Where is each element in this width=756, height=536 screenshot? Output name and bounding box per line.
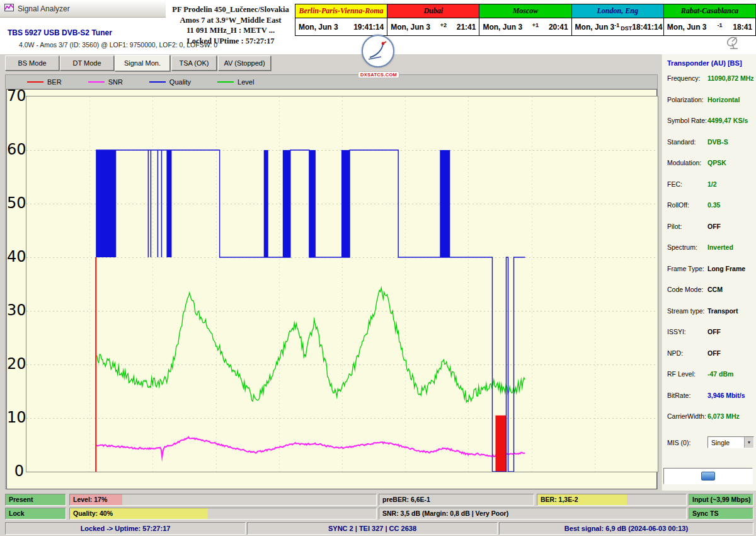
tab-signal-mon[interactable]: Signal Mon. — [115, 55, 170, 71]
clock-hms: 18:41:14 — [632, 23, 662, 32]
tp-modulation: Modulation:QPSK — [667, 159, 755, 180]
clock-moscow: MoscowMon, Jun 3+120:41 — [479, 4, 571, 36]
transponder-value: Horizontal — [707, 96, 755, 103]
y-axis-label: 0 — [7, 462, 24, 480]
tp-code-mode: Code Mode:CCM — [667, 286, 755, 307]
clock-time: Mon, Jun 3-118:41 — [664, 18, 755, 35]
transponder-value: 0.35 — [707, 201, 755, 209]
tp-carrierwidth: CarrierWidth:6,073 MHz — [667, 412, 755, 434]
clock-time: Mon, Jun 3-1DST18:41:14 — [572, 18, 663, 35]
transponder-value: 3,946 Mbit/s — [707, 392, 755, 399]
clock-hms: 18:41 — [733, 23, 752, 32]
tp-frequency: Frequency:11090,872 MHz — [667, 74, 755, 96]
y-axis-label: 70 — [7, 87, 24, 105]
clock-utc-offset: -1DST — [614, 22, 632, 32]
clock-date: Mon, Jun 3 — [483, 23, 522, 32]
legend-swatch — [27, 81, 43, 83]
transponder-label: CarrierWidth: — [667, 412, 707, 420]
world-clock: Berlin-Paris-Vienna-RomaMon, Jun 319:41:… — [295, 4, 756, 36]
y-axis-label: 10 — [7, 409, 24, 426]
y-axis-label: 60 — [7, 141, 24, 158]
clock-time: Mon, Jun 3+120:41 — [479, 18, 571, 35]
transponder-value: Long Frame — [707, 265, 755, 272]
transponder-label: FEC: — [667, 180, 707, 188]
meter-quality: Quality: 40% — [69, 508, 377, 520]
status-text: Lock — [6, 508, 66, 517]
transponder-label: ISSYI: — [667, 328, 707, 335]
tab-dt-mode[interactable]: DT Mode — [60, 55, 114, 71]
status-present: Present — [5, 494, 66, 506]
transponder-label: Pilot: — [667, 223, 707, 230]
clock-date: Mon, Jun 3 — [299, 23, 338, 32]
transponder-label: Frame Type: — [667, 265, 707, 272]
transponder-value: 4499,47 KS/s — [707, 117, 755, 124]
status-sync-ts: Sync TS — [689, 508, 753, 520]
transponder-value: 11090,872 MHz — [707, 74, 755, 82]
satellite-dish-icon — [726, 35, 742, 53]
clock-utc-offset: +1 — [532, 22, 539, 32]
tp-rolloff: RollOff:0.35 — [667, 201, 755, 223]
tab-av-stopped[interactable]: AV (Stopped) — [218, 55, 271, 71]
tp-standard: Standard:DVB-S — [667, 138, 755, 160]
note-line: PF Prodelin 450_Lučenec/Slovakia — [166, 4, 295, 15]
mis-select[interactable]: Single ▼ — [707, 436, 754, 448]
transponder-value: OFF — [707, 349, 755, 357]
clock-date: Mon, Jun 3 — [575, 23, 615, 32]
legend-item-snr: SNR — [88, 78, 123, 86]
transponder-value: 1/2 — [707, 180, 755, 188]
status-text: SNR: 3,5 dB (Margin: 0,8 dB | Very Poor) — [379, 508, 686, 517]
clock-date: Mon, Jun 3 — [391, 23, 430, 32]
signal-analyzer-window: Signal Analyzer TBS 5927 USB DVB-S2 Tune… — [0, 0, 756, 536]
transponder-label: Frequency: — [667, 74, 707, 82]
tuner-name: TBS 5927 USB DVB-S2 Tuner — [8, 28, 112, 37]
tab-bs-mode[interactable]: BS Mode — [5, 55, 59, 71]
legend-swatch — [88, 81, 105, 83]
tp-fec: FEC:1/2 — [667, 180, 755, 202]
clock-berlin-paris-vienna-roma: Berlin-Paris-Vienna-RomaMon, Jun 319:41:… — [295, 4, 387, 36]
note-line: Locked UPtime : 57:27:17 — [166, 36, 295, 47]
transponder-value: CCM — [707, 286, 755, 293]
clock-london-eng: London, EngMon, Jun 3-1DST18:41:14 — [571, 4, 664, 36]
legend-label: Quality — [169, 78, 191, 86]
transponder-value: Inverted — [707, 243, 755, 251]
note-line: 11 091 MHz_H : METV ... — [166, 25, 295, 36]
transponder-label: Code Mode: — [667, 286, 707, 293]
legend-label: SNR — [108, 78, 123, 86]
transponder-rows: Frequency:11090,872 MHzPolarization:Hori… — [667, 74, 755, 434]
tab-tsa-ok[interactable]: TSA (OK) — [171, 55, 217, 71]
footer-uptime: Locked -> Uptime: 57:27:17 — [5, 522, 246, 535]
tp-issyi: ISSYI:OFF — [667, 328, 755, 349]
chart-canvas — [26, 96, 658, 472]
status-preber: preBER: 6,6E-1 — [379, 494, 534, 506]
plot-area: 706050403020100 — [6, 89, 657, 489]
meter-level: Level: 17% — [69, 494, 377, 506]
transponder-label: Standard: — [667, 138, 707, 146]
tp-pilot: Pilot:OFF — [667, 223, 755, 244]
transponder-label: RF Level: — [667, 370, 707, 378]
chevron-down-icon: ▼ — [744, 437, 753, 448]
y-axis-label: 30 — [7, 301, 24, 319]
transponder-value: QPSK — [707, 159, 755, 166]
status-text: Quality: 40% — [70, 508, 376, 517]
tp-frame-type: Frame Type:Long Frame — [667, 265, 755, 286]
tp-npd: NPD:OFF — [667, 349, 755, 371]
transponder-label: Modulation: — [667, 159, 707, 166]
transponder-value: OFF — [707, 328, 755, 335]
status-text: Level: 17% — [70, 494, 376, 503]
status-input: Input (~3,99 Mbps) — [689, 494, 753, 506]
panel-footer-box — [663, 468, 753, 484]
status-text: Present — [6, 494, 66, 503]
status-text: BER: 1,3E-2 — [537, 494, 686, 503]
transponder-value: -47 dBm — [707, 370, 755, 378]
legend-item-ber: BER — [27, 78, 62, 86]
legend-item-quality: Quality — [149, 78, 191, 86]
transponder-value: Transport — [707, 307, 755, 315]
clock-time: Mon, Jun 3+221:41 — [387, 18, 479, 35]
status-text: Sync TS — [689, 508, 753, 517]
tp-spectrum: Spectrum:Inverted — [667, 243, 755, 265]
mis-value: Single — [711, 439, 730, 446]
site-note: PF Prodelin 450_Lučenec/SlovakiaAmos 7 a… — [166, 4, 295, 46]
window-title: Signal Analyzer — [18, 4, 70, 13]
transponder-value: OFF — [707, 223, 755, 230]
transponder-panel: Transponder (AU) [BS] Frequency:11090,87… — [662, 54, 756, 491]
